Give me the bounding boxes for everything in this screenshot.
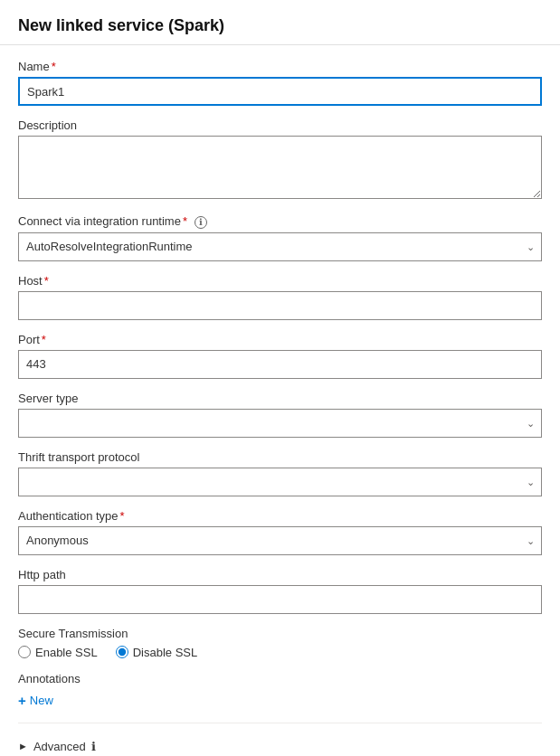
disable-ssl-option[interactable]: Disable SSL (116, 646, 198, 659)
auth-select[interactable]: Anonymous ⌄ (18, 526, 542, 555)
thrift-chevron-icon: ⌄ (527, 476, 535, 487)
thrift-select[interactable]: ⌄ (18, 468, 542, 496)
integration-runtime-label: Connect via integration runtime* ℹ (18, 214, 542, 229)
description-label: Description (18, 118, 542, 132)
integration-runtime-chevron-icon: ⌄ (527, 241, 535, 252)
dialog-title: New linked service (Spark) (18, 16, 542, 35)
auth-chevron-icon: ⌄ (527, 534, 535, 546)
integration-runtime-select[interactable]: AutoResolveIntegrationRuntime ⌄ (18, 232, 542, 261)
server-type-group: Server type ⌄ (18, 392, 542, 438)
auth-label: Authentication type* (18, 509, 542, 523)
annotations-group: Annotations + New (18, 672, 542, 710)
add-new-label: New (30, 694, 53, 707)
new-linked-service-dialog: New linked service (Spark) Name* Descrip… (0, 0, 560, 756)
integration-runtime-group: Connect via integration runtime* ℹ AutoR… (18, 214, 542, 261)
annotations-label: Annotations (18, 672, 542, 685)
dialog-body: Name* Description Connect via integratio… (0, 45, 560, 756)
http-path-input[interactable] (18, 585, 542, 614)
advanced-label: Advanced (33, 740, 86, 753)
name-group: Name* (18, 60, 542, 106)
secure-transmission-label: Secure Transmission (18, 627, 542, 640)
disable-ssl-label: Disable SSL (133, 646, 198, 659)
disable-ssl-radio[interactable] (116, 646, 128, 658)
server-type-chevron-icon: ⌄ (527, 417, 535, 429)
description-group: Description (18, 118, 542, 202)
server-type-select-wrapper: ⌄ (18, 409, 542, 438)
advanced-expand-icon: ► (18, 741, 28, 751)
port-input[interactable] (18, 350, 542, 379)
secure-transmission-radio-group: Enable SSL Disable SSL (18, 646, 542, 659)
integration-runtime-select-wrapper: AutoResolveIntegrationRuntime ⌄ (18, 232, 542, 261)
add-new-button[interactable]: + New (18, 691, 53, 710)
enable-ssl-radio[interactable] (18, 646, 31, 658)
enable-ssl-option[interactable]: Enable SSL (18, 646, 98, 659)
port-group: Port* (18, 333, 542, 379)
thrift-label: Thrift transport protocol (18, 450, 542, 464)
integration-runtime-info-icon[interactable]: ℹ (195, 216, 207, 229)
advanced-info-icon[interactable]: ℹ (91, 740, 96, 753)
host-group: Host* (18, 274, 542, 320)
name-input[interactable] (18, 77, 542, 106)
advanced-section[interactable]: ► Advanced ℹ (18, 734, 542, 756)
server-type-select[interactable]: ⌄ (18, 409, 542, 438)
thrift-select-wrapper: ⌄ (18, 468, 542, 496)
auth-group: Authentication type* Anonymous ⌄ (18, 509, 542, 555)
description-input[interactable] (18, 136, 542, 199)
secure-transmission-group: Secure Transmission Enable SSL Disable S… (18, 627, 542, 659)
enable-ssl-label: Enable SSL (35, 646, 98, 659)
dialog-header: New linked service (Spark) (0, 0, 560, 45)
server-type-label: Server type (18, 392, 542, 405)
auth-select-wrapper: Anonymous ⌄ (18, 526, 542, 555)
host-input[interactable] (18, 291, 542, 320)
port-label: Port* (18, 333, 542, 346)
section-divider (18, 723, 542, 723)
http-path-label: Http path (18, 568, 542, 581)
plus-icon: + (18, 693, 26, 708)
http-path-group: Http path (18, 568, 542, 614)
name-label: Name* (18, 60, 542, 73)
host-label: Host* (18, 274, 542, 288)
thrift-group: Thrift transport protocol ⌄ (18, 450, 542, 496)
